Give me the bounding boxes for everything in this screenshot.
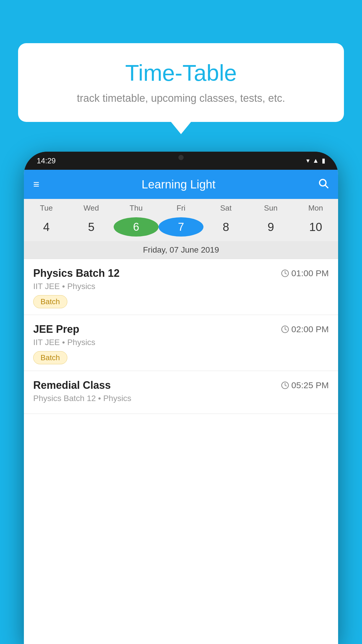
schedule-item-3-time: 05:25 PM xyxy=(281,380,329,390)
clock-icon-2 xyxy=(281,325,289,333)
schedule-item-1-top: Physics Batch 12 01:00 PM xyxy=(33,267,329,279)
day-headers: Tue Wed Thu Fri Sat Sun Mon xyxy=(24,199,338,215)
clock-icon-3 xyxy=(281,381,289,389)
phone-screen: ≡ Learning Light Tue Wed Thu Fri Sat Sun… xyxy=(24,170,338,644)
day-header-tue: Tue xyxy=(24,204,69,213)
day-5[interactable]: 5 xyxy=(69,217,114,237)
day-header-sun: Sun xyxy=(248,204,293,213)
signal-icon: ▲ xyxy=(312,157,319,164)
schedule-item-3-name: Remedial Class xyxy=(33,379,111,391)
day-header-fri: Fri xyxy=(159,204,203,213)
schedule-item-1-name: Physics Batch 12 xyxy=(33,267,120,279)
schedule-item-2[interactable]: JEE Prep 02:00 PM IIT JEE • Physics Batc… xyxy=(24,315,338,371)
status-bar: 14:29 ▾ ▲ ▮ xyxy=(24,152,338,170)
wifi-icon: ▾ xyxy=(306,157,310,164)
day-9[interactable]: 9 xyxy=(248,217,293,237)
app-title: Learning Light xyxy=(142,178,216,191)
day-4[interactable]: 4 xyxy=(24,217,69,237)
day-6-today[interactable]: 6 xyxy=(114,217,159,237)
hamburger-menu-icon[interactable]: ≡ xyxy=(33,179,39,190)
notch xyxy=(164,152,198,163)
phone-frame: 14:29 ▾ ▲ ▮ ≡ Learning Light Tue xyxy=(24,152,338,644)
schedule-item-1-time: 01:00 PM xyxy=(281,268,329,278)
day-8[interactable]: 8 xyxy=(203,217,248,237)
day-numbers: 4 5 6 7 8 9 10 xyxy=(24,215,338,241)
calendar-strip: Tue Wed Thu Fri Sat Sun Mon 4 5 6 7 8 9 … xyxy=(24,199,338,259)
schedule-item-1[interactable]: Physics Batch 12 01:00 PM IIT JEE • Phys… xyxy=(24,259,338,315)
schedule-item-3-meta: Physics Batch 12 • Physics xyxy=(33,394,329,403)
search-button[interactable] xyxy=(318,178,329,191)
day-10[interactable]: 10 xyxy=(293,217,338,237)
day-7-selected[interactable]: 7 xyxy=(159,217,203,237)
schedule-item-2-time: 02:00 PM xyxy=(281,324,329,334)
status-icons: ▾ ▲ ▮ xyxy=(306,157,325,164)
speech-bubble: Time-Table track timetable, upcoming cla… xyxy=(18,43,344,122)
svg-line-1 xyxy=(325,185,328,188)
day-header-thu: Thu xyxy=(114,204,159,213)
day-header-mon: Mon xyxy=(293,204,338,213)
schedule-list[interactable]: Physics Batch 12 01:00 PM IIT JEE • Phys… xyxy=(24,259,338,644)
bubble-subtitle: track timetable, upcoming classes, tests… xyxy=(30,92,332,104)
batch-badge-1: Batch xyxy=(33,295,67,308)
schedule-item-3-top: Remedial Class 05:25 PM xyxy=(33,379,329,391)
schedule-item-1-meta: IIT JEE • Physics xyxy=(33,282,329,291)
schedule-item-2-meta: IIT JEE • Physics xyxy=(33,338,329,347)
app-bar: ≡ Learning Light xyxy=(24,170,338,199)
battery-icon: ▮ xyxy=(322,157,325,164)
day-header-wed: Wed xyxy=(69,204,114,213)
bubble-title: Time-Table xyxy=(30,61,332,86)
speech-bubble-container: Time-Table track timetable, upcoming cla… xyxy=(18,43,344,122)
day-header-sat: Sat xyxy=(203,204,248,213)
status-time: 14:29 xyxy=(37,156,56,165)
schedule-item-3[interactable]: Remedial Class 05:25 PM Physics Batch 12… xyxy=(24,371,338,414)
front-camera xyxy=(178,155,184,160)
schedule-item-2-top: JEE Prep 02:00 PM xyxy=(33,323,329,335)
clock-icon-1 xyxy=(281,269,289,277)
selected-date-label: Friday, 07 June 2019 xyxy=(24,241,338,259)
batch-badge-2: Batch xyxy=(33,351,67,364)
schedule-item-2-name: JEE Prep xyxy=(33,323,79,335)
